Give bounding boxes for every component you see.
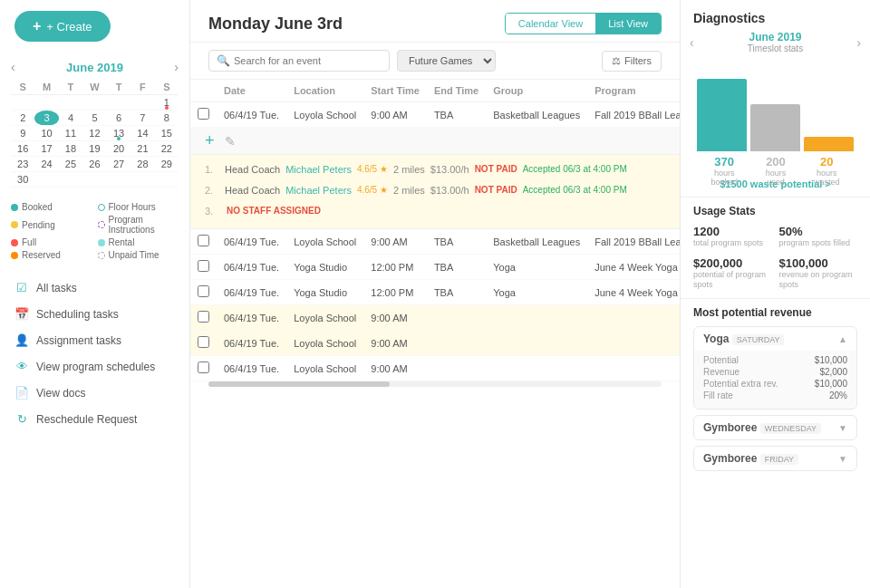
- stat-booked-value: 370: [710, 155, 738, 169]
- row-checkbox[interactable]: [190, 229, 217, 255]
- calendar-day[interactable]: 15: [155, 126, 179, 141]
- checkbox-header: [190, 80, 217, 102]
- legend-label: Unpaid Time: [109, 250, 160, 260]
- revenue-detail-value: $2,000: [819, 367, 847, 377]
- calendar-day[interactable]: 5: [82, 111, 107, 126]
- search-box[interactable]: 🔍: [208, 50, 390, 72]
- edit-icon[interactable]: ✎: [225, 134, 236, 149]
- create-button[interactable]: + Create: [14, 11, 111, 42]
- calendar-next-button[interactable]: ›: [174, 60, 179, 74]
- row-checkbox[interactable]: [190, 280, 217, 305]
- list-view-button[interactable]: List View: [595, 14, 661, 34]
- table-column-header: Start Time: [363, 80, 427, 102]
- calendar-day[interactable]: 30: [11, 172, 34, 188]
- nav-icon: 👁: [14, 360, 29, 373]
- checkbox[interactable]: [198, 361, 209, 373]
- revenue-header[interactable]: Gymboree FRIDAY ▼: [694, 447, 856, 470]
- revenue-header[interactable]: Yoga SATURDAY ▲: [694, 327, 856, 351]
- event-group: [486, 331, 587, 356]
- sidebar-item-reschedule-request[interactable]: ↻Reschedule Request: [0, 406, 189, 432]
- chevron-icon: ▲: [838, 334, 847, 344]
- usage-desc: potential of program spots: [693, 270, 772, 291]
- calendar-day[interactable]: 13: [107, 126, 130, 141]
- usage-desc: revenue on program spots: [779, 270, 858, 291]
- checkbox[interactable]: [198, 336, 209, 348]
- calendar-day[interactable]: 8: [155, 111, 179, 126]
- event-start: 9:00 AM: [363, 229, 427, 255]
- scrollbar-track[interactable]: [208, 381, 662, 387]
- calendar-prev-button[interactable]: ‹: [11, 60, 15, 74]
- row-checkbox[interactable]: [190, 331, 217, 356]
- nav-label: All tasks: [36, 282, 77, 294]
- row-checkbox[interactable]: [190, 102, 217, 128]
- calendar-day[interactable]: 6: [107, 111, 130, 126]
- calendar-day[interactable]: 22: [155, 141, 179, 157]
- calendar-day[interactable]: 1: [155, 95, 179, 111]
- calendar-day[interactable]: 19: [82, 141, 107, 157]
- calendar-day[interactable]: 25: [59, 157, 82, 172]
- calendar-day[interactable]: 26: [82, 157, 107, 172]
- table-row: 06/4/19 Tue. Loyola School 9:00 AM: [190, 331, 680, 356]
- calendar-day[interactable]: 20: [107, 141, 130, 157]
- calendar-day[interactable]: 3: [34, 111, 58, 126]
- diag-subtitle: Timeslot stats: [748, 43, 803, 53]
- checkbox[interactable]: [198, 108, 209, 120]
- calendar-day[interactable]: 28: [130, 157, 154, 172]
- calendar-day[interactable]: 18: [59, 141, 82, 157]
- filters-button[interactable]: ⚖ Filters: [602, 51, 662, 72]
- calendar-day[interactable]: 27: [107, 157, 130, 172]
- calendar-day[interactable]: 2: [11, 111, 34, 126]
- calendar-day[interactable]: 14: [130, 126, 154, 141]
- event-location: Loyola School: [286, 331, 363, 356]
- row-checkbox[interactable]: [190, 305, 217, 331]
- main-content: Monday June 3rd Calendar View List View …: [190, 0, 680, 588]
- staff-name: Michael Peters: [285, 185, 352, 196]
- calendar-day[interactable]: 9: [11, 126, 34, 141]
- sidebar-item-all-tasks[interactable]: ☑All tasks: [0, 275, 189, 301]
- table-row: 06/4/19 Tue. Loyola School 9:00 AM: [190, 305, 680, 331]
- calendar-day[interactable]: 11: [59, 126, 82, 141]
- nav-label: View program schedules: [36, 361, 155, 373]
- revenue-header[interactable]: Gymboree WEDNESDAY ▼: [694, 416, 856, 439]
- sidebar-item-view-docs[interactable]: 📄View docs: [0, 380, 189, 406]
- calendar-day[interactable]: 29: [155, 157, 179, 172]
- sidebar-item-view-program-schedules[interactable]: 👁View program schedules: [0, 353, 189, 380]
- sidebar-item-scheduling-tasks[interactable]: 📅Scheduling tasks: [0, 301, 189, 327]
- staff-rating: 4.6/5 ★: [357, 185, 388, 195]
- scrollbar-thumb[interactable]: [208, 381, 390, 387]
- row-checkbox[interactable]: [190, 356, 217, 381]
- diag-next-button[interactable]: ›: [856, 35, 861, 50]
- sidebar-item-assignment-tasks[interactable]: 👤Assignment tasks: [0, 327, 189, 353]
- calendar-day[interactable]: 7: [130, 111, 154, 126]
- calendar-day[interactable]: 17: [34, 141, 58, 157]
- checkbox[interactable]: [198, 285, 209, 297]
- events-table: DateLocationStart TimeEnd TimeGroupProgr…: [190, 80, 680, 381]
- bar-booked: [697, 79, 747, 151]
- calendar-day[interactable]: 23: [11, 157, 34, 172]
- stat-used-value: 200: [766, 155, 787, 169]
- search-input[interactable]: [234, 55, 382, 66]
- calendar-day[interactable]: 16: [11, 141, 34, 157]
- event-start: 9:00 AM: [363, 305, 427, 331]
- checkbox[interactable]: [198, 235, 209, 246]
- calendar-view-button[interactable]: Calendar View: [506, 14, 595, 34]
- event-end: TBA: [427, 229, 486, 255]
- revenue-detail-label: Fill rate: [703, 390, 733, 400]
- stat-wasted: 20 hourswasted: [814, 155, 840, 187]
- toolbar: 🔍 Future Games ⚖ Filters: [190, 43, 680, 80]
- filter-select[interactable]: Future Games: [397, 50, 496, 72]
- calendar-day[interactable]: 10: [34, 126, 58, 141]
- event-end: TBA: [427, 255, 486, 280]
- add-event-button[interactable]: +: [205, 131, 215, 149]
- table-section: DateLocationStart TimeEnd TimeGroupProgr…: [190, 80, 680, 588]
- calendar-day[interactable]: 21: [130, 141, 154, 157]
- row-checkbox[interactable]: [190, 255, 217, 280]
- checkbox[interactable]: [198, 311, 209, 323]
- calendar-day[interactable]: 24: [34, 157, 58, 172]
- diag-prev-button[interactable]: ‹: [690, 35, 694, 50]
- calendar-day[interactable]: 4: [59, 111, 82, 126]
- legend-dot: [98, 239, 105, 246]
- calendar-day[interactable]: 12: [82, 126, 107, 141]
- right-panel: Diagnostics ‹ June 2019 Timeslot stats ›…: [680, 0, 870, 588]
- checkbox[interactable]: [198, 260, 209, 272]
